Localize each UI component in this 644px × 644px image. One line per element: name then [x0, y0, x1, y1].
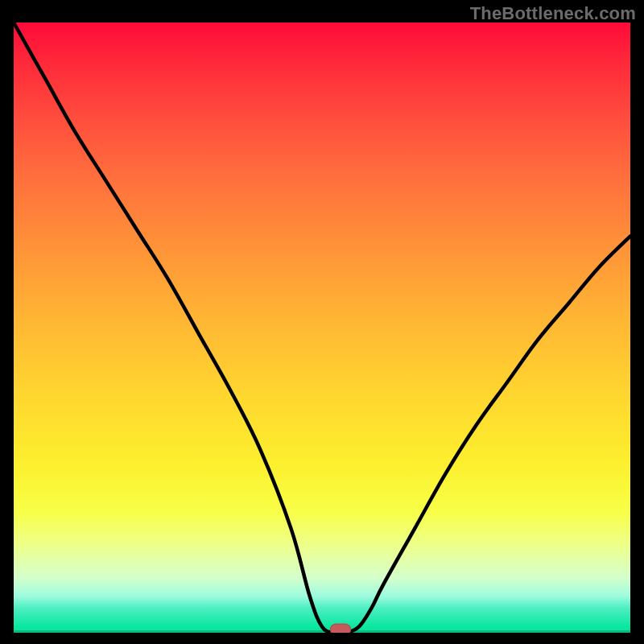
bottleneck-curve [14, 23, 630, 633]
watermark-text: TheBottleneck.com [470, 3, 636, 24]
plot-area [14, 23, 630, 633]
curve-path [14, 23, 630, 633]
chart-frame: TheBottleneck.com [0, 0, 644, 644]
optimal-point-marker [330, 624, 351, 634]
